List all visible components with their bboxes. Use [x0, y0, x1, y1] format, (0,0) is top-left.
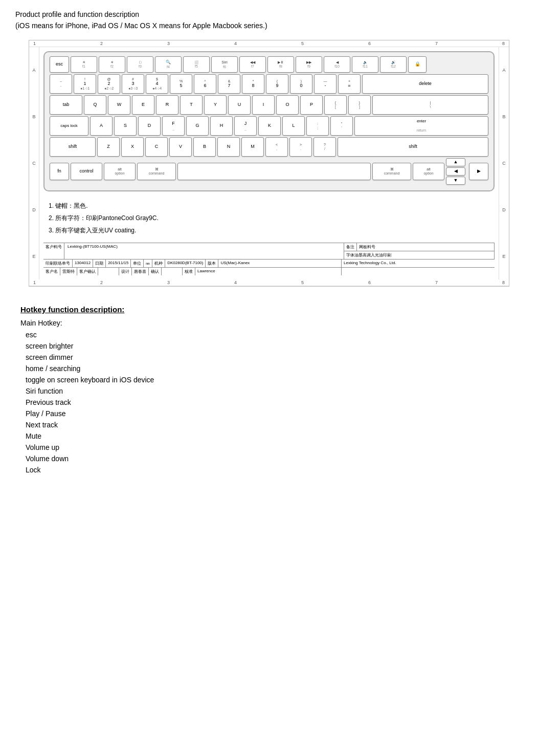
key-period: >.	[289, 137, 312, 157]
hotkey-section: Hotkey function description: Main Hotkey…	[15, 305, 523, 476]
key-shift-left: shift	[50, 137, 96, 157]
side-label-right: A B C D E	[499, 47, 509, 279]
key-f8: ▶⏸f8	[267, 56, 294, 73]
keyboard-row-qwerty: tab Q W E R T Y U I O P {[ }] |\	[50, 95, 488, 115]
key-9: {9	[266, 74, 288, 94]
keyboard-row-bottom: fn control altoption ⌘command ⌘command a…	[50, 158, 488, 185]
diagram-notes: 1. 键帽：黑色. 2. 所有字符：印刷PantoneCool Gray9C. …	[43, 197, 495, 240]
hotkey-list: esc screen brighter screen dimmer home /…	[20, 329, 518, 476]
key-i: I	[252, 95, 275, 115]
key-y: Y	[204, 95, 227, 115]
key-7: &7	[218, 74, 240, 94]
key-equals: +=	[338, 74, 361, 94]
key-z: Z	[97, 137, 120, 157]
key-n: N	[217, 137, 240, 157]
footer-remarks: 备注 网板料号 字体油墨高调入光油印刷	[344, 243, 495, 259]
footer-client-num: 客户料号 Lexking-(BT7100-US(MAC)	[43, 243, 344, 259]
ruler-top: 1 2 3 4 5 6 7 8	[29, 40, 509, 47]
note-2: 2. 所有字符：印刷PantoneCool Gray9C.	[49, 212, 489, 224]
arrow-keys: ▲ ◀ ▼	[446, 158, 467, 185]
key-quote: "'	[330, 116, 353, 136]
key-minus: —-	[314, 74, 337, 94]
keyboard-main-area: esc ☀f1 ☀f2 □f3 🔍f4 ⬜f5 Sirif6 ◀◀f7 ▶⏸f8…	[39, 47, 499, 279]
product-subtitle: (iOS means for iPhone, iPad OS / Mac OS …	[15, 21, 523, 30]
key-3: #3●3 ○3	[122, 74, 144, 94]
key-right: ▶	[469, 163, 488, 180]
key-comma: <,	[265, 137, 288, 157]
key-fn: fn	[50, 163, 69, 180]
key-lock: 🔒	[408, 56, 427, 73]
key-c: C	[145, 137, 168, 157]
ruler-bottom: 1 2 3 4 5 6 7 8	[29, 279, 509, 286]
key-v: V	[169, 137, 192, 157]
key-b: B	[193, 137, 216, 157]
hotkey-item-home-searching: home / searching	[26, 363, 518, 374]
footer-company: Lexking Technology Co., Ltd.	[342, 260, 495, 267]
key-f4: 🔍f4	[155, 56, 182, 73]
key-f: F_	[162, 116, 185, 136]
key-t: T	[180, 95, 203, 115]
hotkey-item-mute: Mute	[26, 430, 518, 442]
key-p: P	[300, 95, 323, 115]
key-f5: ⬜f5	[183, 56, 210, 73]
key-backslash: |\	[372, 95, 488, 115]
diagram-body: A B C D E esc ☀f1 ☀f2 □f3 🔍f4 ⬜f5 Sirif6	[29, 47, 509, 279]
key-8: *8	[242, 74, 264, 94]
key-f12: 🔊f12	[380, 56, 407, 73]
footer-empty	[342, 268, 495, 275]
keyboard-row-asdf: caps lock A S D F_ G H J_ K L :; "' ente…	[50, 116, 488, 136]
footer-row3: 客户名 雷斯特 客户确认 设计 惠春喜 确认	[43, 268, 342, 275]
key-w: W	[108, 95, 130, 115]
key-rbracket: }]	[348, 95, 371, 115]
key-a: A	[90, 116, 113, 136]
key-l: L	[282, 116, 305, 136]
hotkey-item-play-pause: Play / Pause	[26, 408, 518, 419]
key-4: $4●4 ○4	[146, 74, 168, 94]
key-j: J_	[234, 116, 257, 136]
key-f1: ☀f1	[71, 56, 97, 73]
hotkey-item-next-track: Next track	[26, 419, 518, 430]
key-esc: esc	[50, 56, 69, 73]
key-left: ◀	[446, 167, 465, 176]
key-up: ▲	[446, 158, 465, 166]
note-1: 1. 键帽：黑色.	[49, 200, 489, 212]
key-r: R	[156, 95, 178, 115]
hotkey-item-volume-up: Volume up	[26, 442, 518, 453]
hotkey-main-label: Main Hotkey:	[20, 319, 518, 327]
key-down: ▼	[446, 177, 465, 185]
hotkey-title: Hotkey function description:	[20, 305, 518, 314]
key-control: control	[71, 163, 102, 180]
key-2: @2●2 ○2	[98, 74, 120, 94]
key-enter: enterreturn	[354, 116, 488, 136]
key-0: }0	[290, 74, 312, 94]
hotkey-item-toggle-keyboard: toggle on screen keyboard in iOS device	[26, 374, 518, 385]
key-f11: 🔈f11	[352, 56, 378, 73]
key-m: M	[241, 137, 264, 157]
key-f7: ◀◀f7	[239, 56, 266, 73]
hotkey-item-siri: Siri function	[26, 385, 518, 397]
footer-row2: 印刷联络单号 1304012 日期 2015/11/15 单位 ㎜ 机种	[43, 260, 342, 267]
hotkey-item-volume-down: Volume down	[26, 453, 518, 464]
key-f2: ☀f2	[99, 56, 125, 73]
note-3: 3. 所有字键套入亚光UV coating.	[49, 224, 489, 236]
key-command-right: ⌘command	[372, 163, 411, 180]
key-option-left: altoption	[104, 163, 136, 180]
key-f6: Sirif6	[211, 56, 238, 73]
key-f9: ▶▶f9	[296, 56, 322, 73]
key-k: K	[258, 116, 281, 136]
key-f10: ◀f10	[324, 56, 350, 73]
hotkey-item-esc: esc	[26, 329, 518, 340]
hotkey-item-screen-brighter: screen brighter	[26, 340, 518, 352]
key-shift-right: shift	[338, 137, 488, 157]
diagram-footer: 客户料号 Lexking-(BT7100-US(MAC) 备注 网板料号 字体油…	[43, 243, 495, 275]
key-1: !1●1 ○1	[74, 74, 96, 94]
key-capslock: caps lock	[50, 116, 88, 136]
hotkey-item-screen-dimmer: screen dimmer	[26, 352, 518, 363]
key-space	[177, 163, 371, 180]
keyboard-diagram: 1 2 3 4 5 6 7 8 A B C D E esc ☀f1 ☀f2	[29, 40, 509, 287]
side-label-left: A B C D E	[29, 47, 39, 279]
key-command-left: ⌘command	[137, 163, 176, 180]
key-6: ^6	[194, 74, 216, 94]
key-s: S	[114, 116, 137, 136]
key-option-right: altoption	[413, 163, 444, 180]
